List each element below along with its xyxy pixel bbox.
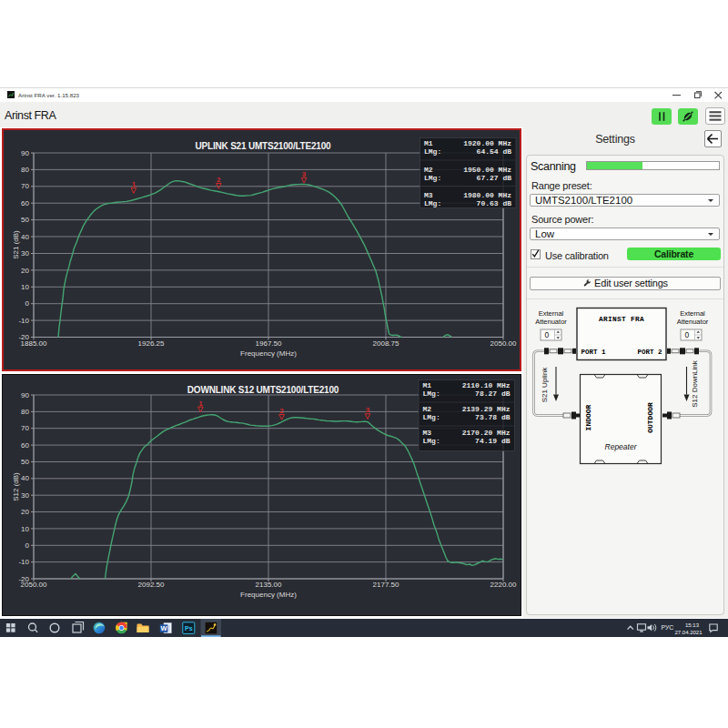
svg-text:LMg:: LMg: [424,147,441,156]
svg-text:40: 40 [21,233,29,241]
svg-text:S21 (dB): S21 (dB) [12,230,20,259]
svg-text:OUTDOOR: OUTDOOR [646,402,654,433]
svg-text:80: 80 [21,166,29,174]
svg-text:2: 2 [279,407,284,415]
svg-text:2: 2 [217,176,221,184]
svg-text:90: 90 [21,391,29,399]
svg-text:M3: M3 [424,191,433,199]
svg-text:LMg:: LMg: [423,413,440,421]
svg-text:70.63 dB: 70.63 dB [477,199,512,207]
svg-text:40: 40 [21,474,29,482]
svg-text:1950.00 MHz: 1950.00 MHz [463,166,511,174]
svg-text:10: 10 [21,283,29,291]
svg-text:M3: M3 [423,429,432,437]
svg-text:1: 1 [132,180,136,188]
svg-text:20: 20 [21,508,29,516]
svg-text:M1: M1 [424,139,433,147]
svg-text:30: 30 [21,249,29,258]
svg-text:0: 0 [685,330,690,339]
svg-text:0: 0 [25,299,30,308]
svg-text:S12 (dB): S12 (dB) [12,472,20,501]
svg-text:73.78 dB: 73.78 dB [475,413,511,421]
svg-text:-10: -10 [18,317,29,325]
svg-text:70: 70 [21,424,29,432]
svg-text:2092.50: 2092.50 [138,581,165,589]
svg-text:50: 50 [21,216,29,224]
svg-text:0: 0 [545,330,550,339]
svg-text:LMg:: LMg: [423,389,440,398]
svg-text:INDOOR: INDOOR [584,404,592,430]
svg-text:60: 60 [21,441,29,450]
svg-text:60: 60 [21,199,29,207]
svg-text:2050.00: 2050.00 [490,339,517,348]
svg-text:1926.25: 1926.25 [138,339,165,348]
svg-text:Repeater: Repeater [605,442,638,451]
svg-text:M1: M1 [423,381,432,389]
svg-text:2220.00: 2220.00 [490,581,517,589]
svg-text:UPLINK S21 UMTS2100/LTE2100: UPLINK S21 UMTS2100/LTE2100 [196,141,332,151]
svg-text:80: 80 [21,408,29,416]
svg-text:3: 3 [366,406,370,414]
svg-text:74.19 dB: 74.19 dB [475,437,511,445]
svg-text:1920.00 MHz: 1920.00 MHz [463,139,511,147]
svg-text:S21 Uplink: S21 Uplink [541,367,549,403]
svg-text:70: 70 [21,182,29,190]
svg-text:1980.00 MHz: 1980.00 MHz [463,191,511,199]
svg-text:-10: -10 [18,558,29,566]
svg-text:90: 90 [21,149,29,157]
svg-text:S12 DownLink: S12 DownLink [691,359,699,408]
svg-text:DOWNLINK S12 UMTS2100/LTE2100: DOWNLINK S12 UMTS2100/LTE2100 [187,385,339,395]
svg-text:30: 30 [21,491,29,500]
svg-text:M2: M2 [423,405,432,413]
svg-text:M2: M2 [424,166,433,174]
svg-text:External: External [539,309,564,318]
svg-text:Attenuator: Attenuator [677,318,709,326]
svg-text:2135.00: 2135.00 [256,581,282,589]
svg-text:LMg:: LMg: [423,437,440,445]
svg-text:3: 3 [302,170,307,178]
svg-text:2110.10 MHz: 2110.10 MHz [462,381,511,389]
svg-text:Attenuator: Attenuator [535,318,567,326]
svg-text:64.54 dB: 64.54 dB [477,147,512,156]
svg-text:2008.75: 2008.75 [373,339,399,348]
svg-text:20: 20 [21,267,29,275]
svg-text:1967.50: 1967.50 [256,339,282,348]
svg-text:ARINST FRA: ARINST FRA [599,316,644,323]
svg-text:External: External [680,309,705,318]
svg-text:Frequency (MHz): Frequency (MHz) [240,591,297,599]
svg-text:2050.00: 2050.00 [21,581,47,589]
svg-text:2139.29 MHz: 2139.29 MHz [462,405,511,413]
svg-text:PORT 2: PORT 2 [637,349,662,356]
svg-text:1885.00: 1885.00 [21,339,47,348]
svg-text:2177.50: 2177.50 [373,581,399,589]
svg-text:1: 1 [198,399,203,408]
svg-text:67.27 dB: 67.27 dB [477,174,512,182]
svg-text:LMg:: LMg: [424,174,441,182]
svg-text:Frequency (MHz): Frequency (MHz) [240,349,297,358]
svg-text:LMg:: LMg: [424,199,441,207]
svg-text:2170.20 MHz: 2170.20 MHz [462,429,511,437]
svg-text:78.27 dB: 78.27 dB [475,389,511,398]
svg-text:PORT 1: PORT 1 [581,349,607,356]
svg-text:10: 10 [21,525,29,533]
svg-text:0: 0 [25,541,30,550]
svg-text:50: 50 [21,458,29,466]
